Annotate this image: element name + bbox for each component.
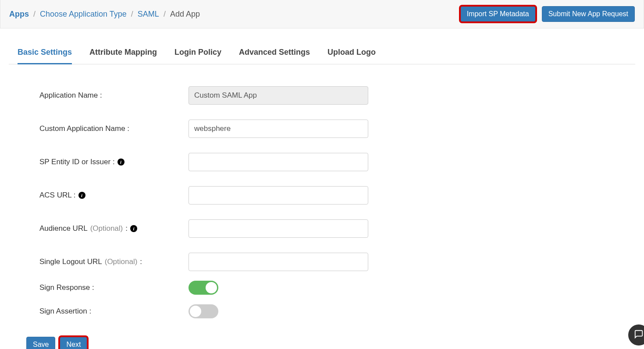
input-custom-application-name[interactable] [189, 120, 368, 138]
toggle-knob [190, 306, 201, 317]
info-icon[interactable]: i [78, 192, 85, 199]
label-sign-assertion: Sign Assertion : [39, 307, 189, 316]
row-audience-url: Audience URL (Optional) : i [39, 219, 403, 238]
next-button[interactable]: Next [60, 337, 87, 349]
form-area: Application Name : Custom Application Na… [9, 64, 403, 318]
info-icon[interactable]: i [117, 159, 125, 166]
row-custom-application-name: Custom Application Name : [39, 120, 403, 138]
tab-advanced-settings[interactable]: Advanced Settings [239, 48, 310, 64]
breadcrumb-sep: / [131, 10, 133, 19]
tab-upload-logo[interactable]: Upload Logo [327, 48, 376, 64]
toggle-sign-response[interactable] [189, 281, 218, 295]
row-sp-entity-id: SP Entity ID or Issuer : i [39, 153, 403, 171]
breadcrumb-saml-link[interactable]: SAML [138, 10, 159, 19]
label-text-slo-pre: Single Logout URL [39, 257, 102, 266]
label-application-name: Application Name : [39, 91, 189, 100]
label-single-logout-url: Single Logout URL (Optional) : [39, 257, 189, 266]
tab-attribute-mapping[interactable]: Attribute Mapping [89, 48, 157, 64]
breadcrumb-sep: / [164, 10, 166, 19]
row-acs-url: ACS URL : i [39, 186, 403, 204]
breadcrumb: Apps / Choose Application Type / SAML / … [9, 10, 200, 19]
top-actions: Import SP Metadata Submit New App Reques… [460, 6, 635, 22]
label-custom-application-name: Custom Application Name : [39, 124, 189, 133]
chat-icon [634, 329, 644, 341]
label-optional: (Optional) [90, 224, 123, 233]
input-sp-entity-id[interactable] [189, 153, 368, 171]
tabs: Basic Settings Attribute Mapping Login P… [9, 37, 635, 64]
breadcrumb-apps-link[interactable]: Apps [9, 10, 29, 19]
breadcrumb-current: Add App [170, 10, 200, 19]
label-text-slo-post: : [140, 257, 142, 266]
label-text-audience-pre: Audience URL [39, 224, 88, 233]
row-sign-assertion: Sign Assertion : [39, 304, 403, 318]
row-single-logout-url: Single Logout URL (Optional) : [39, 253, 403, 271]
label-text-sp-entity: SP Entity ID or Issuer : [39, 158, 115, 166]
label-acs-url: ACS URL : i [39, 191, 189, 200]
breadcrumb-sep: / [33, 10, 36, 19]
label-audience-url: Audience URL (Optional) : i [39, 224, 189, 233]
label-text-audience-post: : [125, 224, 128, 233]
row-sign-response: Sign Response : [39, 281, 403, 295]
toggle-sign-assertion[interactable] [189, 304, 218, 318]
submit-new-app-request-button[interactable]: Submit New App Request [542, 6, 635, 22]
tab-basic-settings[interactable]: Basic Settings [18, 48, 72, 64]
info-icon[interactable]: i [130, 225, 137, 232]
label-optional: (Optional) [105, 257, 138, 266]
label-sp-entity-id: SP Entity ID or Issuer : i [39, 158, 189, 166]
toggle-knob [206, 282, 217, 293]
input-single-logout-url[interactable] [189, 253, 368, 271]
input-acs-url[interactable] [189, 186, 368, 204]
label-sign-response: Sign Response : [39, 283, 189, 292]
input-application-name [189, 86, 368, 105]
label-text-acs-url: ACS URL : [39, 191, 76, 200]
save-button[interactable]: Save [26, 337, 55, 349]
top-bar: Apps / Choose Application Type / SAML / … [0, 0, 644, 28]
tab-login-policy[interactable]: Login Policy [174, 48, 221, 64]
input-audience-url[interactable] [189, 219, 368, 238]
import-sp-metadata-button[interactable]: Import SP Metadata [460, 6, 536, 22]
breadcrumb-choose-type-link[interactable]: Choose Application Type [40, 10, 127, 19]
content: Basic Settings Attribute Mapping Login P… [0, 28, 644, 349]
footer-actions: Save Next [9, 328, 635, 349]
row-application-name: Application Name : [39, 86, 403, 105]
